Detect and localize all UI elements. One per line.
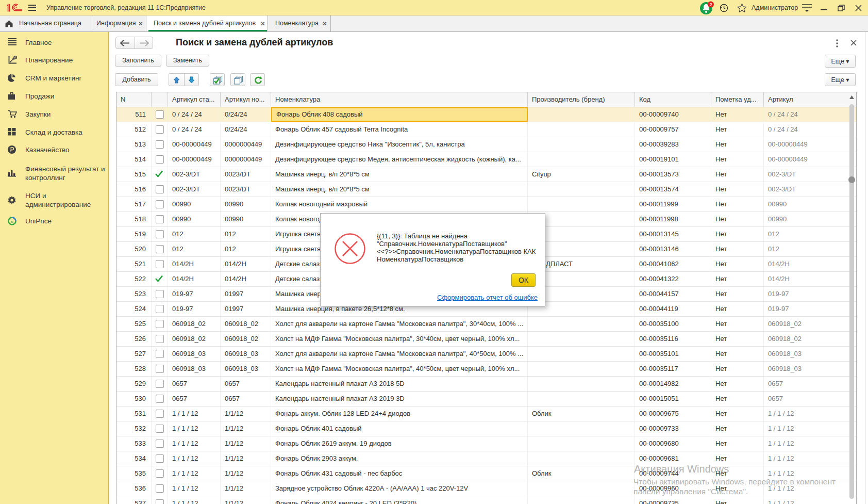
svg-text:u: u [11, 219, 13, 223]
svg-text:2: 2 [709, 2, 712, 7]
